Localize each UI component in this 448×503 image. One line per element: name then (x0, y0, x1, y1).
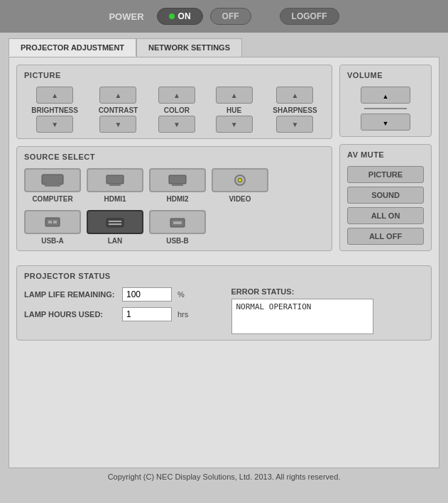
lan-icon (104, 216, 126, 228)
lamp-life-label: LAMP LIFE REMAINING: (24, 290, 116, 299)
usba-label: USB-A (41, 237, 64, 245)
up-arrow-icon (231, 92, 238, 99)
svg-point-8 (238, 178, 242, 182)
usbb-source: USB-B (149, 210, 206, 245)
hue-up-button[interactable] (216, 87, 253, 104)
brightness-control: BRIGHTNESS (31, 87, 78, 133)
two-column-layout: PICTURE BRIGHTNESS CONTRAST (16, 65, 432, 258)
right-column: VOLUME AV MUTE PICTURE (339, 65, 432, 258)
usba-button[interactable] (24, 210, 81, 234)
error-status-box: NORMAL OPERATION (231, 299, 373, 334)
power-off-button[interactable]: OFF (210, 8, 251, 25)
svg-rect-13 (109, 221, 121, 222)
lamp-life-input[interactable] (122, 287, 172, 302)
svg-rect-12 (106, 219, 124, 227)
color-control: COLOR (158, 87, 195, 133)
hue-down-button[interactable] (216, 116, 253, 133)
lamp-hours-row: LAMP HOURS USED: hrs (24, 307, 217, 321)
projector-status-panel: PROJECTOR STATUS LAMP LIFE REMAINING: % … (16, 265, 432, 341)
error-value: NORMAL OPERATION (236, 302, 312, 311)
brightness-up-button[interactable] (36, 87, 73, 104)
contrast-up-button[interactable] (99, 87, 136, 104)
left-column: PICTURE BRIGHTNESS CONTRAST (16, 65, 332, 258)
picture-controls: BRIGHTNESS CONTRAST COLOR (24, 87, 324, 133)
color-up-button[interactable] (158, 87, 195, 104)
lamp-life-unit: % (177, 290, 185, 299)
hdmi1-button[interactable] (87, 168, 143, 192)
brightness-label: BRIGHTNESS (31, 106, 78, 114)
contrast-label: CONTRAST (99, 106, 138, 114)
av-mute-panel: AV MUTE PICTURE SOUND ALL ON ALL OFF (339, 144, 432, 251)
sharpness-control: SHARPNESS (273, 87, 317, 133)
volume-divider (364, 108, 407, 109)
up-arrow-icon (114, 92, 121, 99)
usba-source: USB-A (24, 210, 81, 245)
lan-button[interactable] (87, 210, 143, 234)
volume-panel: VOLUME (339, 65, 432, 137)
hdmi1-icon (104, 174, 126, 187)
video-button[interactable] (212, 168, 268, 192)
sharpness-up-button[interactable] (276, 87, 313, 104)
status-right: ERROR STATUS: NORMAL OPERATION (231, 287, 425, 334)
svg-rect-2 (45, 185, 60, 187)
av-sound-button[interactable]: SOUND (347, 187, 424, 204)
computer-button[interactable] (24, 168, 81, 192)
contrast-down-button[interactable] (99, 116, 136, 133)
svg-rect-3 (106, 175, 124, 184)
power-on-button[interactable]: ON (157, 8, 203, 25)
volume-title: VOLUME (347, 71, 424, 79)
hdmi2-icon (166, 174, 189, 187)
usbb-label: USB-B (166, 237, 189, 245)
lan-source: LAN (87, 210, 143, 245)
usba-icon (41, 216, 64, 228)
logoff-button[interactable]: LOGOFF (280, 8, 339, 25)
power-on-indicator (169, 13, 175, 19)
main-content: PROJECTOR ADJUSTMENT NETWORK SETTINGS PI… (0, 33, 448, 488)
hdmi2-button[interactable] (149, 168, 206, 192)
tab-projector-adjustment[interactable]: PROJECTOR ADJUSTMENT (9, 38, 136, 57)
down-arrow-icon (51, 121, 58, 128)
av-all-on-button[interactable]: ALL ON (347, 207, 424, 224)
contrast-control: CONTRAST (99, 87, 138, 133)
svg-rect-5 (169, 175, 186, 184)
on-label: ON (178, 11, 191, 21)
volume-up-button[interactable] (361, 87, 410, 104)
av-picture-button[interactable]: PICTURE (347, 166, 424, 183)
computer-source: COMPUTER (24, 168, 81, 203)
volume-down-button[interactable] (361, 114, 410, 131)
sharpness-down-button[interactable] (276, 116, 313, 133)
usbb-button[interactable] (149, 210, 206, 234)
tab-bar: PROJECTOR ADJUSTMENT NETWORK SETTINGS (9, 38, 439, 57)
brightness-down-button[interactable] (36, 116, 73, 133)
down-arrow-icon (292, 121, 299, 128)
av-all-off-button[interactable]: ALL OFF (347, 228, 424, 245)
svg-rect-16 (173, 221, 182, 224)
av-mute-title: AV MUTE (347, 150, 424, 159)
footer-text: Copyright (C) NEC Display Solutions, Ltd… (108, 472, 341, 481)
source-select-title: SOURCE SELECT (24, 153, 324, 161)
footer: Copyright (C) NEC Display Solutions, Ltd… (9, 468, 439, 482)
picture-title: PICTURE (24, 71, 324, 79)
av-mute-controls: PICTURE SOUND ALL ON ALL OFF (347, 166, 424, 245)
tab-network-settings[interactable]: NETWORK SETTINGS (136, 38, 242, 57)
video-icon (229, 174, 251, 187)
svg-rect-9 (45, 218, 60, 226)
down-arrow-icon (114, 121, 121, 128)
usbb-icon (166, 216, 189, 228)
hdmi1-label: HDMI1 (104, 195, 126, 203)
lamp-hours-input[interactable] (122, 307, 172, 321)
hdmi2-label: HDMI2 (166, 195, 188, 203)
lamp-hours-label: LAMP HOURS USED: (24, 310, 116, 319)
svg-rect-1 (47, 184, 58, 185)
down-arrow-icon (231, 121, 238, 128)
lamp-life-row: LAMP LIFE REMAINING: % (24, 287, 217, 302)
color-down-button[interactable] (158, 116, 195, 133)
svg-rect-6 (172, 184, 183, 186)
computer-icon (41, 174, 64, 187)
volume-up-icon (383, 90, 389, 101)
status-two-col: LAMP LIFE REMAINING: % LAMP HOURS USED: … (24, 287, 424, 334)
video-label: VIDEO (229, 195, 251, 203)
computer-label: COMPUTER (32, 195, 72, 203)
up-arrow-icon (292, 92, 299, 99)
hue-control: HUE (216, 87, 253, 133)
